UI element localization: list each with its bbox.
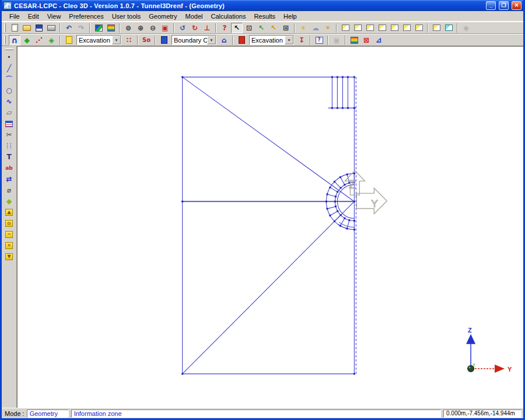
view-shaded-button[interactable]	[443, 23, 454, 33]
point-tool-button[interactable]: •	[4, 52, 15, 62]
view-top-button[interactable]	[401, 23, 412, 33]
title-bar[interactable]: CESAR-LCPC - Cleo 3D - Version 1.0.7 - T…	[2, 0, 523, 11]
tunnel-arch-button[interactable]: ∩	[9, 35, 20, 46]
label-tool-button[interactable]: ab	[4, 163, 15, 173]
toolbar-grip[interactable]	[4, 36, 6, 44]
excavation-layer-button[interactable]	[63, 35, 75, 46]
pointer-cloud-button[interactable]: ☁	[310, 23, 321, 33]
properties-dialog-button[interactable]	[4, 118, 15, 129]
sweep-tool-button[interactable]: ~	[4, 229, 15, 240]
light-button[interactable]: ☀	[298, 23, 309, 33]
view-iso-button[interactable]	[340, 23, 351, 33]
new-file-button[interactable]	[9, 23, 20, 33]
boundary-dropdown[interactable]: Boundary Con ▼	[172, 35, 216, 45]
volume-tool-button[interactable]: ▼	[4, 251, 15, 262]
menu-edit[interactable]: Edit	[24, 12, 43, 20]
menu-results[interactable]: Results	[250, 12, 279, 20]
chevron-down-icon[interactable]: ▼	[285, 36, 293, 44]
extrude-tool-button[interactable]: ▲	[4, 207, 15, 218]
close-button[interactable]: ✕	[512, 1, 522, 10]
menu-model[interactable]: Model	[181, 12, 207, 20]
pointer-edit-button[interactable]: ↖	[268, 23, 279, 33]
boundary-layer-button[interactable]	[158, 35, 170, 46]
region-points-button[interactable]: ∷	[123, 35, 135, 46]
menu-view[interactable]: View	[43, 12, 65, 20]
excavation-dropdown[interactable]: Excavation 1 ▼	[76, 35, 121, 45]
maximize-button[interactable]: ❐	[499, 1, 509, 10]
line-tool-button[interactable]: ╱	[4, 63, 15, 74]
delete-surface-button[interactable]: ✕	[4, 240, 15, 251]
load-layer-button[interactable]	[236, 35, 247, 46]
information-zone-field: Information zone	[71, 410, 441, 418]
load-dropdown[interactable]: Excavation fo ▼	[249, 35, 294, 45]
undo-button[interactable]: ↶	[63, 23, 75, 33]
open-file-button[interactable]	[21, 23, 33, 33]
binoculars-button[interactable]: ◉	[460, 23, 472, 33]
center-axis-button[interactable]: ⊥	[201, 23, 213, 33]
spline-tool-button[interactable]: ∿	[4, 96, 15, 107]
toolbar-separator	[294, 23, 295, 33]
redo-button[interactable]: ↷	[75, 23, 87, 33]
merge-surface-button[interactable]: ◆	[4, 196, 15, 206]
menu-preferences[interactable]: Preferences	[65, 12, 107, 20]
zoom-tool-button[interactable]: ⊚	[123, 23, 134, 33]
revolve-tool-button[interactable]: ◍	[4, 218, 15, 229]
spacing-tool-button[interactable]: ┊┊	[4, 141, 15, 151]
standard-toolbar: ↶↷ ⊚⊕⊖▣ ↺↻⊥ ?↖⊡↖↖⊞ ☀☁☀ ◉	[2, 22, 523, 34]
pointer-new-select-button[interactable]: ⊞	[280, 23, 292, 33]
view-front-button[interactable]	[352, 23, 363, 33]
properties-grid-button[interactable]: ▣	[331, 35, 342, 46]
delete-region-button[interactable]: ⊠	[360, 35, 372, 46]
chart-button[interactable]: ⊿	[373, 35, 384, 46]
view-back-button[interactable]	[364, 23, 376, 33]
context-help-button[interactable]: ?	[219, 23, 230, 33]
render-settings-button[interactable]	[105, 23, 117, 33]
pointer-light-button[interactable]: ☀	[322, 23, 334, 33]
minimize-button[interactable]: _	[486, 1, 496, 10]
symmetry-tool-button[interactable]: ⇄	[4, 174, 15, 184]
zoom-window-button[interactable]: ▣	[159, 23, 171, 33]
pointer-deselect-button[interactable]: ↖	[256, 23, 267, 33]
boundary-lamp-button[interactable]: ⌂	[218, 35, 230, 46]
ellipse-tool-button[interactable]: ○	[4, 85, 15, 96]
trim-tool-button[interactable]: ⌀	[4, 185, 15, 195]
chevron-down-icon[interactable]: ▼	[207, 36, 216, 44]
view-dynamic-button[interactable]	[430, 23, 442, 33]
so-initial-stress-button[interactable]: So	[141, 35, 152, 46]
materials-palette-button[interactable]	[348, 35, 360, 46]
polyline-button[interactable]: ⋰	[33, 35, 45, 46]
menu-user-tools[interactable]: User tools	[108, 12, 145, 20]
plane-arrow-y-label: Y	[371, 198, 377, 209]
menu-geometry[interactable]: Geometry	[145, 12, 181, 20]
arc-tool-button[interactable]: ⌒	[4, 74, 15, 85]
cut-tool-button[interactable]: ✂	[4, 130, 15, 140]
toolbar-grip[interactable]	[4, 23, 6, 32]
display-settings-button[interactable]	[93, 23, 104, 33]
save-file-button[interactable]	[33, 23, 45, 33]
view-right-button[interactable]	[388, 23, 400, 33]
load-arrow-button[interactable]: ↧	[296, 35, 307, 46]
menu-file[interactable]: File	[5, 12, 24, 20]
surface-button[interactable]: ◆	[21, 35, 33, 46]
geometry-canvas[interactable]: Z Y Z Y X	[17, 46, 523, 408]
mode-label: Mode :	[4, 410, 24, 417]
view-left-button[interactable]	[376, 23, 388, 33]
rotate-view-button[interactable]: ↺	[177, 23, 188, 33]
toolbar-separator	[137, 36, 138, 45]
menu-calculations[interactable]: Calculations	[206, 12, 250, 20]
toolbar-separator	[457, 23, 458, 33]
print-button[interactable]	[46, 23, 57, 33]
zoom-out-button[interactable]: ⊖	[147, 23, 159, 33]
help-box-button[interactable]: ?	[313, 35, 325, 46]
chevron-down-icon[interactable]: ▼	[112, 36, 121, 44]
toolbar-grip[interactable]	[5, 48, 13, 50]
pointer-select-button[interactable]: ↖	[231, 23, 243, 33]
view-bottom-button[interactable]	[413, 23, 425, 33]
pointer-box-select-button[interactable]: ⊡	[243, 23, 255, 33]
menu-help[interactable]: Help	[279, 12, 301, 20]
mesh-surface-button[interactable]: ◈	[46, 35, 57, 46]
zoom-in-button[interactable]: ⊕	[135, 23, 146, 33]
text-tool-button[interactable]: T	[4, 152, 15, 162]
rotate-model-button[interactable]: ↻	[189, 23, 201, 33]
transform-tool-button[interactable]: ▱	[4, 107, 15, 118]
